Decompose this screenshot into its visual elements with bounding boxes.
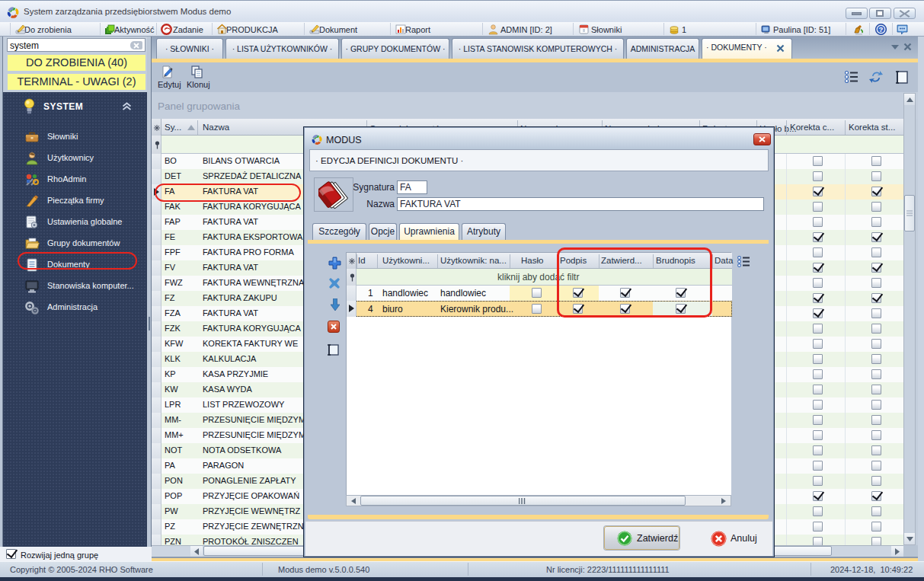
svg-text:?: ? — [879, 25, 884, 34]
